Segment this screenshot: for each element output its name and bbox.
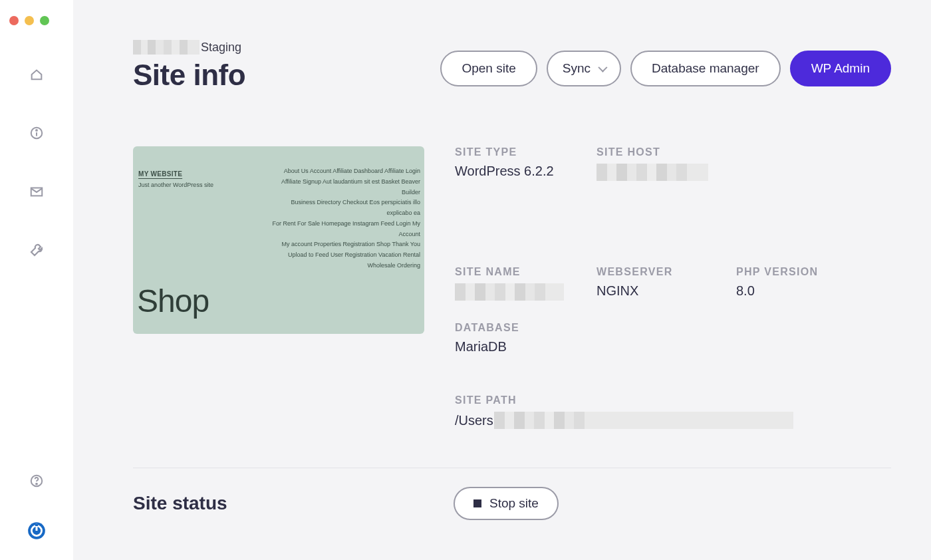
home-icon[interactable] [29,67,45,82]
site-status-title: Site status [133,493,454,514]
stop-icon [473,499,481,507]
page-header: Staging Site info Open site Sync Databas… [133,40,891,92]
chevron-down-icon [598,63,607,72]
site-type-label: SITE TYPE [455,146,597,158]
wp-admin-button[interactable]: WP Admin [790,51,891,86]
site-host-field: SITE HOST [597,146,736,181]
site-status-section: Site status Stop site [133,468,891,520]
site-type-value: WordPress 6.2.2 [455,164,597,179]
page-title: Site info [133,59,245,92]
site-path-label: SITE PATH [455,394,891,406]
site-type-field: SITE TYPE WordPress 6.2.2 [455,146,597,181]
php-version-label: PHP VERSION [736,266,891,278]
database-manager-button[interactable]: Database manager [630,51,781,86]
sync-button[interactable]: Sync [547,51,621,86]
site-host-redacted [597,164,708,181]
close-window-button[interactable] [9,16,19,25]
minimize-window-button[interactable] [25,16,34,25]
breadcrumb-redacted [133,40,200,55]
database-field: DATABASE MariaDB [455,322,597,354]
svg-point-2 [36,130,37,131]
site-path-prefix: /Users [455,413,493,428]
stop-site-button[interactable]: Stop site [454,487,559,520]
site-preview-thumbnail[interactable]: MY WEBSITE Just another WordPress site A… [133,146,424,334]
zoom-window-button[interactable] [40,16,49,25]
site-name-redacted [455,283,564,301]
svg-rect-9 [35,524,38,527]
header-actions: Open site Sync Database manager WP Admin [440,51,891,86]
site-path-redacted [494,412,793,429]
window-traffic-lights [9,16,49,25]
webserver-field: WEBSERVER NGINX [597,266,736,301]
database-label: DATABASE [455,322,597,334]
php-version-field: PHP VERSION 8.0 [736,266,891,301]
breadcrumb-suffix: Staging [201,41,241,55]
webserver-value: NGINX [597,283,736,299]
preview-hero-text: Shop [137,283,209,319]
site-details: SITE TYPE WordPress 6.2.2 SITE HOST SITE… [455,146,891,429]
sidebar [0,0,73,560]
database-value: MariaDB [455,339,597,354]
site-path-field: SITE PATH /Users [455,394,891,429]
php-version-value: 8.0 [736,283,891,299]
webserver-label: WEBSERVER [597,266,736,278]
preview-nav-links: About Us Account Affiliate Dashboard Aff… [264,166,420,271]
mail-icon[interactable] [29,184,45,200]
site-name-field: SITE NAME [455,266,597,301]
site-name-label: SITE NAME [455,266,597,278]
help-icon[interactable] [29,474,44,488]
site-host-label: SITE HOST [597,146,736,158]
info-icon[interactable] [29,125,45,141]
breadcrumb: Staging [133,40,245,55]
open-site-button[interactable]: Open site [440,51,537,86]
tools-icon[interactable] [29,242,45,258]
sync-label: Sync [563,61,591,76]
power-icon[interactable] [27,521,46,540]
svg-point-5 [36,484,37,485]
site-info-content: MY WEBSITE Just another WordPress site A… [133,146,891,429]
stop-site-label: Stop site [489,496,539,511]
main-content: Staging Site info Open site Sync Databas… [73,0,931,560]
